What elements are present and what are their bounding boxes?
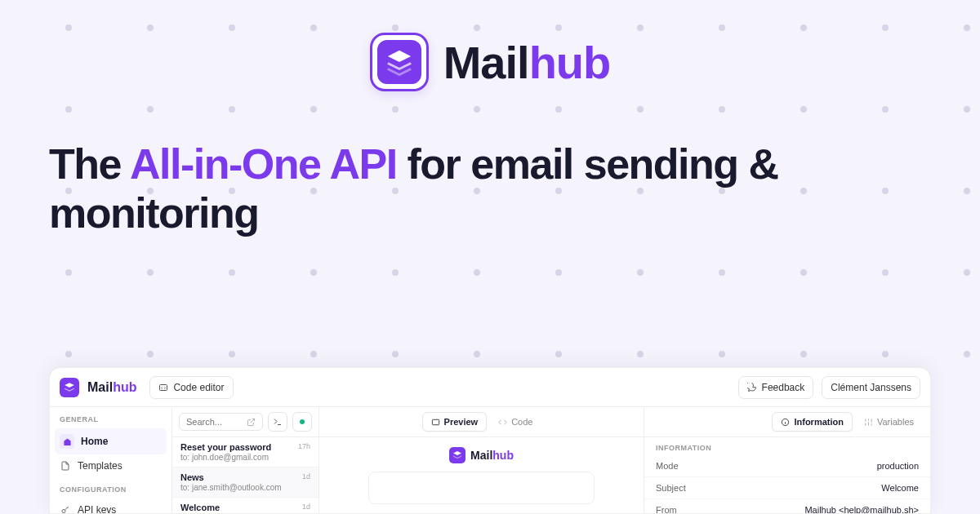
layers-icon xyxy=(385,48,413,76)
terminal-button[interactable] xyxy=(268,412,287,432)
code-icon xyxy=(498,418,507,427)
list-item-recipient: to: john.doe@gmail.com xyxy=(180,453,298,462)
info-panel: Information Variables INFORMATION Mode p… xyxy=(644,407,930,513)
svg-point-1 xyxy=(62,510,65,513)
hero-headline: The All-in-One API for email sending & m… xyxy=(0,91,980,238)
sidebar-item-label: API keys xyxy=(78,504,116,514)
chat-icon xyxy=(747,383,757,392)
topbar-brand: Mailhub xyxy=(87,380,136,395)
list-item-title: Reset your password xyxy=(180,442,298,452)
svg-rect-2 xyxy=(432,419,439,424)
hero-logo-icon xyxy=(370,33,429,91)
status-indicator xyxy=(292,412,312,432)
list-item-time: 1d xyxy=(302,472,310,481)
info-val: production xyxy=(877,461,919,471)
sidebar: GENERAL Home Templates CONFIGURATION API… xyxy=(50,407,172,513)
tab-code[interactable]: Code xyxy=(490,412,541,432)
sidebar-section-general: GENERAL xyxy=(50,407,172,428)
key-icon xyxy=(60,504,71,514)
sliders-icon xyxy=(864,418,873,427)
info-icon xyxy=(781,418,790,427)
info-row-mode: Mode production xyxy=(644,455,930,477)
email-list: Reset your password to: john.doe@gmail.c… xyxy=(172,407,319,513)
tab-variables[interactable]: Variables xyxy=(856,412,922,432)
list-item[interactable]: Reset your password to: john.doe@gmail.c… xyxy=(172,437,318,467)
list-item-title: Welcome xyxy=(180,503,302,512)
wordmark-hub: hub xyxy=(529,37,611,88)
user-menu-button[interactable]: Clément Janssens xyxy=(822,376,920,399)
terminal-icon xyxy=(273,417,283,427)
list-item-title: News xyxy=(180,472,302,482)
home-icon xyxy=(60,434,74,449)
info-key: Mode xyxy=(656,461,679,471)
tab-information[interactable]: Information xyxy=(772,412,853,432)
app-shell: Mailhub Code editor Feedback Clément Jan… xyxy=(49,367,931,514)
topbar-logo-icon xyxy=(60,378,79,397)
svg-rect-0 xyxy=(160,384,167,390)
info-section-label: INFORMATION xyxy=(644,437,930,455)
wordmark-mail: Mail xyxy=(443,37,529,88)
status-dot-icon xyxy=(300,419,305,424)
layers-icon xyxy=(452,450,462,460)
info-row-from: From Mailhub <help@mailhub.sh> xyxy=(644,499,930,514)
list-item-recipient: to: jane.smith@outlook.com xyxy=(180,483,302,492)
hero-wordmark: Mailhub xyxy=(443,36,611,89)
search-input[interactable] xyxy=(179,413,263,431)
info-val: Mailhub <help@mailhub.sh> xyxy=(804,505,919,514)
info-key: From xyxy=(656,505,677,514)
new-window-icon xyxy=(247,418,256,427)
eye-icon xyxy=(431,418,440,427)
tab-preview[interactable]: Preview xyxy=(422,412,488,432)
template-icon xyxy=(60,460,71,472)
list-item[interactable]: News to: jane.smith@outlook.com 1d xyxy=(172,467,318,498)
sidebar-item-home[interactable]: Home xyxy=(55,428,167,454)
code-editor-button[interactable]: Code editor xyxy=(149,376,233,399)
preview-brand: Mailhub xyxy=(449,447,514,463)
sidebar-section-config: CONFIGURATION xyxy=(50,477,172,498)
list-item-time: 17h xyxy=(298,442,310,450)
info-val: Welcome xyxy=(881,483,919,493)
info-row-subject: Subject Welcome xyxy=(644,477,930,499)
layers-icon xyxy=(64,382,75,393)
list-item[interactable]: Welcome to: michael.brown@yahoo.com 1d xyxy=(172,498,318,514)
sidebar-item-label: Templates xyxy=(78,460,122,472)
code-icon xyxy=(158,383,168,392)
topbar: Mailhub Code editor Feedback Clément Jan… xyxy=(50,368,930,407)
list-item-time: 1d xyxy=(302,503,310,511)
info-key: Subject xyxy=(656,483,686,493)
preview-panel: Preview Code Mailhub xyxy=(319,407,644,513)
preview-content-card xyxy=(368,472,595,504)
sidebar-item-label: Home xyxy=(81,436,108,447)
sidebar-item-apikeys[interactable]: API keys xyxy=(50,498,172,514)
feedback-button[interactable]: Feedback xyxy=(738,376,814,399)
sidebar-item-templates[interactable]: Templates xyxy=(50,454,172,477)
